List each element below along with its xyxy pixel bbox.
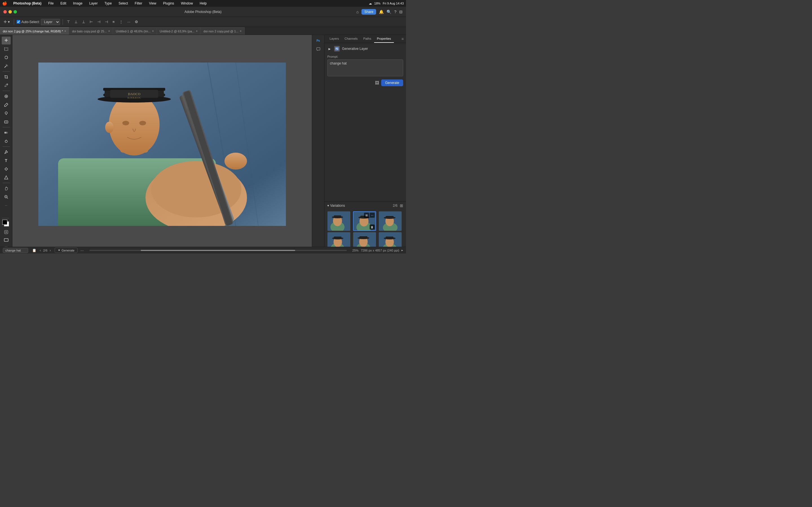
healing-brush-btn[interactable] [2,93,11,100]
tab-close-4[interactable]: × [240,30,242,33]
home-icon[interactable]: ⌂ [356,10,359,14]
variation-thumb-1[interactable] [327,211,350,231]
variation-delete-btn[interactable]: 🗑 [370,224,375,230]
minimize-button[interactable] [8,10,12,13]
tab-0[interactable]: doi non 2.jpg @ 25% (change hat, RGB/8) … [0,27,69,35]
tab-paths[interactable]: Paths [361,35,374,43]
panels-icon[interactable]: ⊟ [399,10,403,14]
share-button[interactable]: Share [361,9,376,15]
menu-plugins[interactable]: Plugins [161,1,175,6]
eraser-btn[interactable] [2,118,11,126]
align-top[interactable]: ⊤ [65,19,71,25]
path-selection-btn[interactable] [2,165,11,173]
align-right[interactable]: ⊣ [103,19,109,25]
variation-more-btn[interactable]: ··· [370,213,375,218]
brush-tool-btn[interactable] [2,101,11,109]
generate-button[interactable]: Generate [381,79,403,86]
menu-image[interactable]: Image [71,1,84,6]
magic-wand-btn[interactable] [2,62,11,70]
maximize-button[interactable] [13,10,17,13]
variation-grid-btn[interactable]: ⊞ [364,213,369,218]
generative-layer-arrow[interactable]: ▶ [327,47,332,51]
menu-file[interactable]: File [47,1,55,6]
panel-tab-more[interactable]: ≡ [402,37,404,41]
tab-3[interactable]: Untitled-2 @ 63,9% (pa... × [157,27,201,35]
pen-tool-btn[interactable] [2,148,11,156]
tab-close-1[interactable]: × [108,30,110,33]
clone-stamp-btn[interactable] [2,109,11,117]
horizontal-scrollbar[interactable] [89,250,347,251]
crop-tool-btn[interactable] [2,73,11,81]
menu-view[interactable]: View [147,1,158,6]
foreground-color-swatch[interactable] [2,220,7,225]
svg-line-19 [7,198,8,199]
menu-type[interactable]: Type [103,1,113,6]
status-generate-button[interactable]: ✦ Generate [55,247,78,253]
screen-mode-btn[interactable] [2,236,11,244]
tab-close-2[interactable]: × [152,30,154,33]
close-button[interactable] [3,10,7,13]
shape-tool-btn[interactable] [2,173,11,181]
gradient-btn[interactable] [2,129,11,136]
move-tool-options[interactable]: ✛ ▾ [2,19,11,25]
ps-icon[interactable]: Ps [314,37,323,45]
tab-2[interactable]: Untitled-1 @ 48,6% (Im... × [113,27,157,35]
variation-thumb-2[interactable]: ⊞ ··· 🗑 Enhance detail [353,211,376,231]
zoom-level[interactable]: 25% [352,249,359,252]
menu-app-name[interactable]: Photoshop (Beta) [11,1,43,6]
align-vertical-center[interactable]: ⊥ [73,19,79,25]
apple-menu[interactable]: 🍎 [2,1,7,6]
marquee-tool-btn[interactable] [2,45,11,53]
menu-filter[interactable]: Filter [133,1,144,6]
status-more-button[interactable]: ··· [80,248,84,252]
svg-point-16 [6,151,6,151]
hand-tool-btn[interactable] [2,184,11,192]
canvas-info-arrow[interactable]: ▸ [402,248,403,252]
move-tool-btn[interactable] [2,37,11,45]
tab-1[interactable]: doi balo copy.psd @ 25... × [69,27,113,35]
menu-window[interactable]: Window [179,1,195,6]
variations-toggle[interactable]: ▾ Variations [327,204,345,208]
canvas-container: DAOCO ILOOLICOC [38,62,286,226]
eyedropper-btn[interactable] [2,81,11,89]
notification-icon[interactable]: 🔔 [379,10,384,14]
variation-import-btn[interactable]: 📋 [31,248,38,252]
zoom-tool-btn[interactable] [2,193,11,201]
align-horizontal-center[interactable]: ⊣ [96,19,102,25]
grid-view-icon[interactable]: ⊞ [400,203,403,208]
distribute-top[interactable]: ≡ [111,19,116,25]
more-tools-btn[interactable]: ··· [2,202,11,209]
prompt-input[interactable]: change hat [327,59,403,76]
tab-close-0[interactable]: × [64,30,66,33]
status-prompt-text[interactable]: change hat [3,248,28,253]
tab-4[interactable]: doi non 2 copy.psd @ 1... × [201,27,245,35]
menu-select[interactable]: Select [117,1,130,6]
menu-layer[interactable]: Layer [87,1,99,6]
type-tool-btn[interactable]: T [2,157,11,165]
auto-select-dropdown[interactable]: Layer Group [41,19,60,25]
more-options[interactable]: ··· [126,19,132,25]
variation-thumb-3[interactable] [378,211,402,231]
auto-select-checkbox[interactable] [17,20,20,24]
tab-layers[interactable]: Layers [327,35,342,43]
lasso-tool-btn[interactable] [2,54,11,61]
variation-prev-btn[interactable]: ‹ [39,248,42,252]
help-icon[interactable]: ? [394,10,396,14]
tab-properties[interactable]: Properties [374,35,394,43]
align-left[interactable]: ⊢ [88,19,94,25]
align-bottom[interactable]: ⊥ [81,19,87,25]
menu-edit[interactable]: Edit [59,1,68,6]
menu-bar-cloud[interactable]: ☁ [369,2,372,5]
image-reference-icon[interactable]: 🖼 [375,80,379,85]
variation-next-btn[interactable]: › [49,248,52,252]
settings[interactable]: ⚙ [133,19,140,25]
distribute-vertical[interactable]: ⋮ [118,19,124,25]
tab-channels[interactable]: Channels [342,35,360,43]
dodge-tool-btn[interactable] [2,137,11,145]
menu-help[interactable]: Help [198,1,208,6]
canvas-area[interactable]: DAOCO ILOOLICOC [12,35,312,253]
search-icon[interactable]: 🔍 [387,10,391,14]
tab-close-3[interactable]: × [196,30,198,33]
comment-icon[interactable] [314,45,323,53]
quick-mask-btn[interactable] [2,228,11,236]
